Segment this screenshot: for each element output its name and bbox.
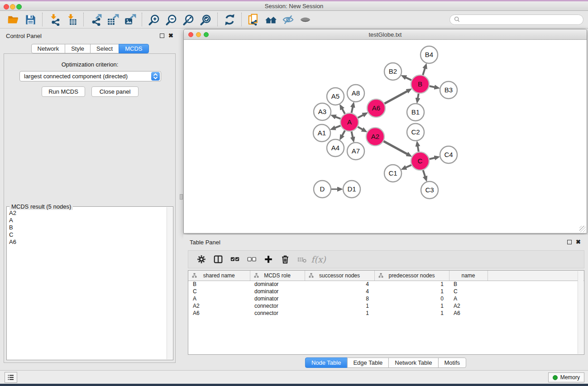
delete-table-button — [293, 252, 310, 267]
table-row[interactable]: Adominator80A — [188, 295, 584, 302]
column-header-MCDS-role[interactable]: MCDS role — [250, 271, 305, 281]
criterion-select[interactable]: largest connected component (directed) — [19, 71, 161, 81]
select-all-button[interactable] — [226, 252, 243, 267]
search-box[interactable] — [449, 14, 583, 25]
column-header-predecessor-nodes[interactable]: predecessor nodes — [374, 271, 449, 281]
search-input[interactable] — [461, 16, 579, 23]
tab-node-table[interactable]: Node Table — [305, 357, 348, 368]
graph-edge-A-A4[interactable] — [342, 130, 345, 135]
table-cell-filler — [488, 295, 584, 302]
graph-edge-A6-B[interactable] — [384, 91, 407, 104]
table-cell: A — [188, 295, 250, 302]
save-session-button[interactable] — [22, 12, 39, 27]
graph-edge-A-A1[interactable] — [335, 126, 341, 128]
memory-button[interactable]: Memory — [548, 372, 584, 382]
tab-network-table[interactable]: Network Table — [388, 357, 438, 368]
task-history-button[interactable] — [5, 372, 17, 383]
graph-edge-C-C1[interactable] — [406, 165, 411, 168]
tab-style[interactable]: Style — [65, 44, 91, 53]
float-panel-icon[interactable] — [160, 33, 164, 38]
table-row[interactable]: Cdominator41C — [188, 288, 584, 295]
close-panel-button[interactable]: Close panel — [91, 86, 139, 97]
hide-selected-button[interactable] — [279, 12, 296, 27]
zoom-selected-button[interactable] — [197, 12, 214, 27]
welcome-screen-button[interactable] — [262, 12, 279, 27]
graph-node-label: A8 — [352, 89, 360, 97]
mcds-result-item[interactable]: B — [7, 224, 166, 231]
column-header-successor-nodes[interactable]: successor nodes — [305, 271, 374, 281]
graph-node-label: A6 — [372, 104, 380, 112]
graph-edge-C-C4[interactable] — [429, 158, 435, 159]
gear-button[interactable] — [193, 252, 210, 267]
panel-splitter[interactable] — [180, 29, 183, 370]
result-scrollbar[interactable] — [167, 207, 172, 359]
zoom-fit-button[interactable] — [180, 12, 197, 27]
table-row[interactable]: A2connector11A2 — [188, 302, 584, 310]
tab-motifs[interactable]: Motifs — [438, 357, 466, 368]
tab-mcds[interactable]: MCDS — [119, 44, 148, 53]
graph-edge-A-A7[interactable] — [351, 132, 353, 138]
delete-row-button[interactable] — [277, 252, 293, 267]
float-table-panel-icon[interactable] — [567, 240, 572, 244]
table-cell: dominator — [250, 295, 305, 302]
add-row-button[interactable] — [260, 252, 277, 267]
toolbar-separator — [217, 13, 218, 26]
network-canvas[interactable]: B4B2BB3A5A8A6A3AB1A1C2A2A4A7CC4C1C3DD1 — [184, 40, 586, 233]
graph-node-label: A4 — [331, 144, 339, 152]
graph-edge-A-A6[interactable] — [358, 115, 363, 118]
graph-edge-B-B2[interactable] — [406, 77, 411, 80]
column-header-label: predecessor nodes — [388, 272, 435, 279]
tab-select[interactable]: Select — [90, 44, 119, 53]
column-header-name[interactable]: name — [449, 271, 488, 281]
tab-edge-table[interactable]: Edge Table — [347, 357, 389, 368]
criterion-value: largest connected component (directed) — [20, 73, 151, 80]
graph-edge-B-B1[interactable] — [418, 94, 419, 99]
close-table-panel-icon[interactable] — [576, 238, 581, 246]
graph-edge-A-A5[interactable] — [342, 109, 345, 114]
mcds-result-item[interactable]: C — [7, 231, 166, 238]
mcds-result-item[interactable]: A2 — [7, 210, 166, 217]
graph-edge-A2-C[interactable] — [383, 141, 407, 154]
window-titlebar[interactable]: Session: New Session — [0, 1, 588, 11]
graph-edge-B-B4[interactable] — [423, 68, 425, 75]
run-mcds-button[interactable]: Run MCDS — [42, 86, 85, 97]
node-table-grid: shared nameMCDS rolesuccessor nodesprede… — [188, 271, 584, 317]
export-image-button[interactable] — [121, 12, 139, 27]
open-session-button[interactable] — [5, 12, 22, 27]
mcds-result-item[interactable]: A6 — [7, 238, 166, 246]
apply-layout-button[interactable] — [221, 12, 238, 27]
import-table-button[interactable] — [63, 12, 80, 27]
show-all-button[interactable] — [296, 12, 314, 27]
table-cell: B — [188, 281, 250, 288]
table-cell: dominator — [250, 281, 305, 288]
zoom-in-button[interactable] — [145, 12, 163, 27]
resize-grip-icon[interactable] — [579, 226, 586, 232]
graph-edge-A-A3[interactable] — [335, 117, 340, 119]
graph-edge-C-C3[interactable] — [423, 170, 425, 177]
graph-edge-B-B3[interactable] — [430, 86, 435, 87]
import-network-button[interactable] — [46, 12, 63, 27]
table-scrollbar[interactable] — [578, 271, 583, 354]
table-row[interactable]: Bdominator41B — [188, 281, 584, 288]
network-from-selection-button[interactable] — [245, 12, 262, 27]
table-cell: connector — [250, 302, 305, 310]
columns-button[interactable] — [210, 252, 226, 267]
graph-edge-A-A8[interactable] — [351, 107, 353, 113]
mcds-result-item[interactable]: A — [7, 217, 166, 224]
table-row[interactable]: A6connector11A6 — [188, 310, 584, 317]
zoom-out-button[interactable] — [163, 12, 180, 27]
column-header-label: shared name — [203, 272, 235, 279]
close-panel-icon[interactable] — [168, 32, 173, 39]
tab-network[interactable]: Network — [31, 44, 65, 53]
main-area: Control Panel NetworkStyleSelectMCDS Opt… — [0, 29, 588, 370]
export-table-button[interactable] — [104, 12, 121, 27]
graph-edge-A-A2[interactable] — [358, 127, 363, 129]
table-cell: 1 — [374, 310, 449, 317]
export-network-button[interactable] — [87, 12, 104, 27]
graph-edge-C-C2[interactable] — [418, 146, 419, 152]
deselect-all-button[interactable] — [243, 252, 260, 267]
splitter-handle[interactable] — [180, 194, 183, 200]
network-window-titlebar[interactable]: testGlobe.txt — [184, 29, 587, 40]
column-header-shared-name[interactable]: shared name — [188, 271, 250, 281]
screen: Session: New Session Control Panel — [0, 0, 588, 386]
